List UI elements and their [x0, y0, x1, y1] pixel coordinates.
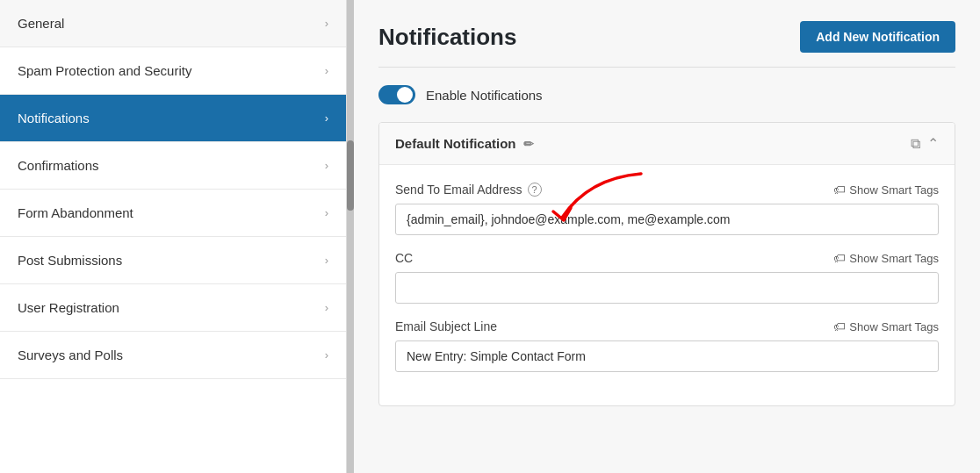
field-cc: CC 🏷 Show Smart Tags — [395, 251, 939, 304]
chevron-icon-post-submissions: › — [325, 254, 328, 267]
sidebar-item-label-general: General — [18, 16, 64, 31]
collapse-icon[interactable]: ⌃ — [927, 135, 939, 152]
label-text-cc: CC — [395, 251, 413, 265]
smart-tags-label-cc: Show Smart Tags — [849, 252, 939, 265]
tag-icon-subject: 🏷 — [833, 319, 846, 333]
smart-tags-link-email[interactable]: 🏷 Show Smart Tags — [833, 183, 939, 197]
edit-icon[interactable]: ✏ — [523, 137, 534, 151]
enable-notifications-row: Enable Notifications — [378, 85, 955, 104]
tag-icon-cc: 🏷 — [833, 251, 846, 265]
chevron-icon-surveys-polls: › — [325, 348, 328, 362]
chevron-icon-notifications: › — [325, 111, 328, 125]
sidebar-item-post-submissions[interactable]: Post Submissions› — [0, 237, 346, 284]
smart-tags-link-cc[interactable]: 🏷 Show Smart Tags — [833, 251, 939, 265]
enable-notifications-toggle[interactable] — [378, 85, 415, 104]
sidebar-item-form-abandonment[interactable]: Form Abandonment› — [0, 190, 346, 237]
sidebar-item-label-spam-protection: Spam Protection and Security — [18, 63, 191, 78]
sidebar-item-label-post-submissions: Post Submissions — [18, 253, 122, 268]
email-subject-input[interactable] — [395, 340, 939, 372]
field-email-subject: Email Subject Line 🏷 Show Smart Tags — [395, 319, 939, 372]
chevron-icon-general: › — [325, 17, 328, 30]
main-content: Notifications Add New Notification Enabl… — [354, 0, 980, 473]
field-label-cc: CC — [395, 251, 413, 265]
smart-tags-label-subject: Show Smart Tags — [849, 320, 939, 333]
card-actions: ⧉ ⌃ — [911, 135, 939, 152]
enable-notifications-label: Enable Notifications — [426, 88, 543, 103]
header-divider — [378, 67, 955, 68]
label-text-subject: Email Subject Line — [395, 319, 497, 333]
add-new-notification-button[interactable]: Add New Notification — [800, 21, 955, 53]
smart-tags-label-email: Show Smart Tags — [849, 183, 939, 197]
card-title-text: Default Notification — [395, 136, 516, 151]
field-label-subject: Email Subject Line — [395, 319, 497, 333]
send-to-email-input[interactable] — [395, 204, 939, 235]
sidebar-item-surveys-polls[interactable]: Surveys and Polls› — [0, 332, 346, 379]
copy-icon[interactable]: ⧉ — [911, 136, 920, 152]
card-body: Send To Email Address ? 🏷 Show Smart Tag… — [379, 165, 955, 405]
label-text-email: Send To Email Address — [395, 183, 522, 197]
sidebar-item-label-notifications: Notifications — [18, 111, 90, 125]
sidebar-item-label-form-abandonment: Form Abandonment — [18, 205, 133, 220]
page-title: Notifications — [378, 24, 516, 51]
sidebar-item-confirmations[interactable]: Confirmations› — [0, 142, 346, 190]
header-row: Notifications Add New Notification — [378, 21, 955, 53]
field-label-email: Send To Email Address ? — [395, 183, 542, 197]
field-label-row-cc: CC 🏷 Show Smart Tags — [395, 251, 939, 265]
sidebar-item-user-registration[interactable]: User Registration› — [0, 284, 346, 332]
smart-tags-link-subject[interactable]: 🏷 Show Smart Tags — [833, 319, 939, 333]
sidebar: General›Spam Protection and Security›Not… — [0, 0, 347, 473]
chevron-icon-form-abandonment: › — [325, 206, 328, 219]
card-title: Default Notification ✏ — [395, 136, 534, 151]
cc-input[interactable] — [395, 272, 939, 304]
scrollbar-track[interactable] — [347, 0, 354, 473]
chevron-icon-spam-protection: › — [325, 64, 328, 77]
help-icon-email[interactable]: ? — [528, 183, 542, 197]
sidebar-item-label-confirmations: Confirmations — [18, 158, 99, 173]
field-send-to-email: Send To Email Address ? 🏷 Show Smart Tag… — [395, 183, 939, 235]
field-label-row-subject: Email Subject Line 🏷 Show Smart Tags — [395, 319, 939, 333]
field-label-row-email: Send To Email Address ? 🏷 Show Smart Tag… — [395, 183, 939, 197]
sidebar-item-label-surveys-polls: Surveys and Polls — [18, 348, 123, 362]
notification-card: Default Notification ✏ ⧉ ⌃ Send To Email… — [378, 122, 955, 406]
card-header: Default Notification ✏ ⧉ ⌃ — [379, 123, 955, 165]
chevron-icon-user-registration: › — [325, 301, 328, 314]
sidebar-item-label-user-registration: User Registration — [18, 300, 119, 315]
sidebar-item-general[interactable]: General› — [0, 0, 346, 47]
chevron-icon-confirmations: › — [325, 159, 328, 172]
scrollbar-thumb[interactable] — [347, 140, 354, 211]
sidebar-item-spam-protection[interactable]: Spam Protection and Security› — [0, 47, 346, 95]
sidebar-item-notifications[interactable]: Notifications› — [0, 95, 346, 142]
tag-icon-email: 🏷 — [833, 183, 846, 197]
